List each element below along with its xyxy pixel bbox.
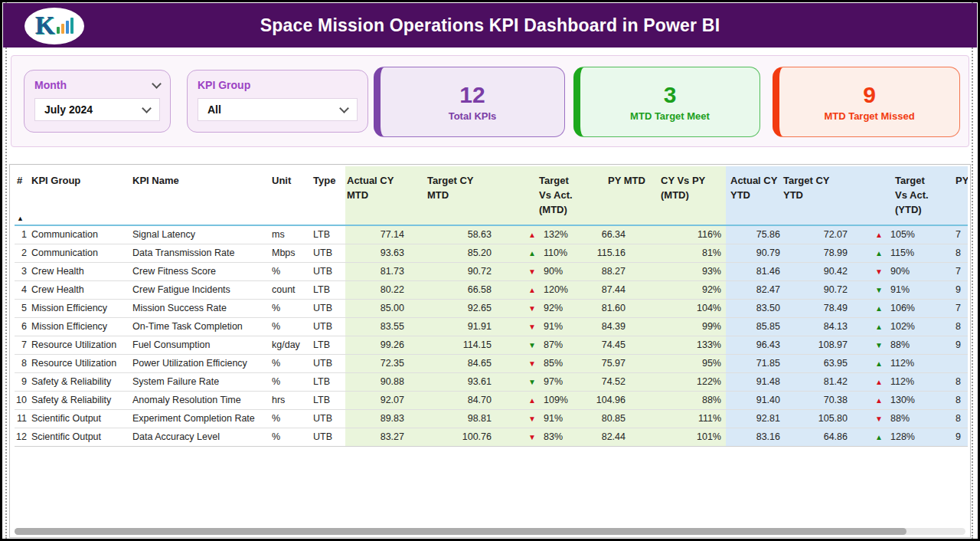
cell-py_mtd: 66.34 — [583, 225, 658, 244]
cell-tva_mtd: ▲132% — [493, 225, 583, 244]
cell-tva_mtd: ▼97% — [493, 372, 583, 391]
variance-value: 88% — [890, 413, 910, 424]
cell-target_ytd: 108.97 — [783, 336, 851, 354]
cell-actual_mtd: 89.83 — [345, 409, 410, 428]
header-bar: K Space Mission Operations KPI Dashboard… — [3, 3, 977, 48]
month-slicer-label: Month — [34, 79, 67, 91]
cell-actual_mtd: 93.63 — [345, 244, 410, 262]
cell-cyvspy_mtd: 99% — [658, 317, 726, 336]
chevron-down-icon[interactable] — [152, 79, 162, 89]
cell-target_ytd: 90.72 — [783, 280, 851, 299]
cell-actual_mtd: 92.07 — [345, 391, 410, 409]
horizontal-scrollbar-thumb[interactable] — [15, 528, 906, 535]
column-header-label: Target Vs Act. (YTD) — [895, 174, 937, 218]
mtd-target-missed-label: MTD Target Missed — [824, 110, 914, 122]
column-header-label: Actual CY MTD — [347, 174, 410, 203]
month-dropdown-value: July 2024 — [44, 103, 93, 116]
cell-group: Resource Utilization — [31, 336, 132, 354]
variance-value: 106% — [890, 303, 915, 313]
cell-target_mtd: 84.70 — [410, 391, 493, 409]
cell-target_ytd: 64.86 — [783, 428, 851, 446]
arrow-down-icon: ▼ — [528, 433, 544, 441]
cell-name: Experiment Completion Rate — [132, 409, 272, 428]
cell-actual_ytd: 81.46 — [726, 262, 783, 280]
cell-tva_ytd: ▲115% — [851, 244, 954, 262]
table-row: 6Mission EfficiencyOn-Time Task Completi… — [15, 317, 968, 336]
cell-actual_ytd: 75.86 — [726, 225, 783, 244]
cell-name: Data Transmission Rate — [132, 244, 272, 262]
cell-py_ytd: 8 — [954, 391, 968, 409]
table-header-row: #▲KPI GroupKPI NameUnitTypeActual CY MTD… — [15, 166, 968, 225]
sort-ascending-icon[interactable]: ▲ — [17, 215, 24, 222]
cell-unit: count — [272, 280, 313, 299]
column-header-actual_mtd[interactable]: Actual CY MTD — [345, 166, 410, 225]
page-title: Space Mission Operations KPI Dashboard i… — [260, 15, 720, 36]
cell-cyvspy_mtd: 116% — [658, 225, 726, 244]
column-header-tva_mtd[interactable]: Target Vs Act. (MTD) — [493, 166, 583, 225]
cell-num: 7 — [15, 336, 31, 354]
column-header-type[interactable]: Type — [313, 166, 345, 225]
cell-group: Resource Utilization — [31, 354, 132, 372]
arrow-up-icon: ▲ — [875, 378, 890, 386]
column-header-cyvspy_mtd[interactable]: CY Vs PY (MTD) — [658, 166, 726, 225]
cell-group: Scientific Output — [31, 428, 132, 446]
column-header-unit[interactable]: Unit — [272, 166, 313, 225]
cell-tva_mtd: ▼91% — [493, 409, 583, 428]
cell-unit: % — [272, 372, 313, 391]
cell-num: 2 — [15, 244, 31, 262]
column-header-num[interactable]: #▲ — [15, 166, 31, 225]
arrow-down-icon: ▼ — [875, 286, 890, 294]
cell-cyvspy_mtd: 122% — [658, 372, 726, 391]
column-header-name[interactable]: KPI Name — [132, 166, 272, 225]
arrow-up-icon: ▲ — [875, 231, 890, 239]
arrow-up-icon: ▲ — [528, 396, 544, 405]
cell-actual_mtd: 85.00 — [345, 299, 410, 317]
cell-cyvspy_mtd: 104% — [658, 299, 726, 317]
arrow-up-icon: ▲ — [528, 286, 544, 294]
column-header-label: Target CY MTD — [427, 174, 493, 203]
cell-target_mtd: 58.63 — [410, 225, 493, 244]
cell-target_ytd: 70.38 — [783, 391, 851, 409]
cell-target_mtd: 91.91 — [410, 317, 493, 336]
column-header-label: KPI Group — [31, 174, 132, 189]
arrow-down-icon: ▼ — [528, 304, 544, 313]
cell-actual_ytd: 92.81 — [726, 409, 783, 428]
cell-target_ytd: 84.13 — [783, 317, 851, 336]
cell-tva_mtd: ▼90% — [493, 262, 583, 280]
column-header-py_ytd[interactable]: PY YTD — [954, 166, 968, 225]
cell-unit: kg/day — [272, 336, 313, 354]
page-selection-border-left — [5, 2, 7, 539]
cell-num: 5 — [15, 299, 31, 317]
cell-name: Fuel Consumption — [132, 336, 272, 354]
column-header-target_mtd[interactable]: Target CY MTD — [410, 166, 493, 225]
cell-type: UTB — [313, 299, 345, 317]
cell-unit: % — [272, 317, 313, 336]
table-row: 4Crew HealthCrew Fatigue IncidentscountL… — [15, 280, 968, 299]
cell-tva_ytd: ▲112% — [851, 354, 954, 372]
mtd-target-meet-card: 3 MTD Target Meet — [573, 67, 760, 137]
cell-py_mtd: 87.44 — [583, 280, 658, 299]
mtd-target-meet-label: MTD Target Meet — [630, 110, 710, 122]
arrow-down-icon: ▼ — [875, 341, 890, 349]
table-row: 2CommunicationData Transmission RateMbps… — [15, 244, 968, 262]
column-header-group[interactable]: KPI Group — [31, 166, 132, 225]
cell-cyvspy_mtd: 111% — [658, 409, 726, 428]
arrow-up-icon: ▲ — [875, 249, 890, 257]
column-header-tva_ytd[interactable]: Target Vs Act. (YTD) — [851, 166, 954, 225]
kpi-group-dropdown[interactable]: All — [198, 98, 358, 121]
table-row: 5Mission EfficiencyMission Success Rate%… — [15, 299, 968, 317]
variance-value: 83% — [544, 431, 563, 442]
variance-value: 97% — [544, 376, 563, 387]
cell-actual_ytd: 90.79 — [726, 244, 783, 262]
column-header-py_mtd[interactable]: PY MTD — [583, 166, 658, 225]
month-dropdown[interactable]: July 2024 — [34, 98, 160, 121]
cell-target_ytd: 63.95 — [783, 354, 851, 372]
variance-value: 128% — [890, 431, 915, 442]
column-header-actual_ytd[interactable]: Actual CY YTD — [726, 166, 783, 225]
cell-num: 8 — [15, 354, 31, 372]
arrow-down-icon: ▼ — [875, 415, 890, 423]
horizontal-scrollbar-track[interactable] — [15, 528, 965, 535]
kpi-table: #▲KPI GroupKPI NameUnitTypeActual CY MTD… — [15, 166, 968, 447]
column-header-target_ytd[interactable]: Target CY YTD — [783, 166, 851, 225]
column-header-label: KPI Name — [132, 174, 272, 189]
